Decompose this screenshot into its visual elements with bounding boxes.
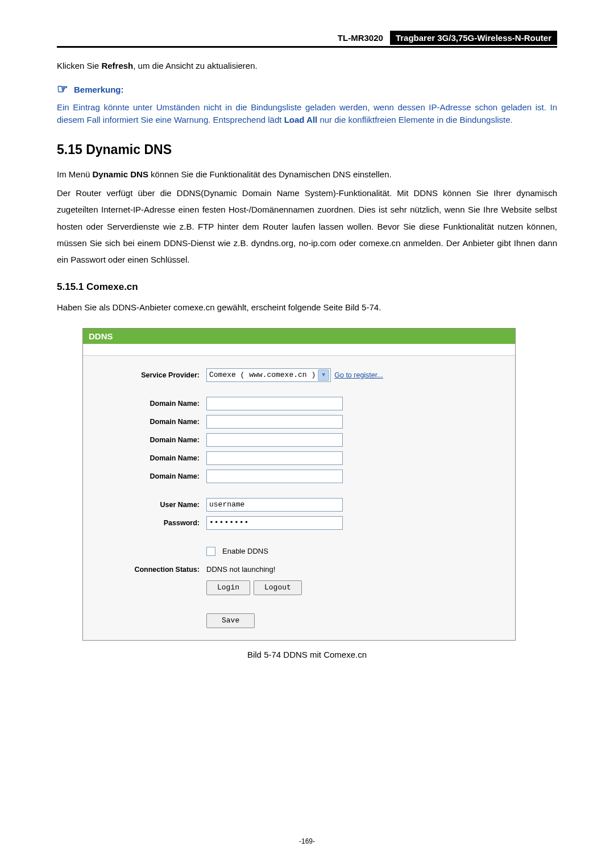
- domain-name-input-4[interactable]: [206, 451, 343, 465]
- row-domain-1: Domain Name:: [83, 394, 515, 413]
- figure-caption: Bild 5-74 DDNS mit Comexe.cn: [57, 650, 557, 659]
- username-value: username: [209, 500, 244, 509]
- text: Klicken Sie: [57, 61, 101, 70]
- intro-line: Klicken Sie Refresh, um die Ansicht zu a…: [57, 60, 557, 72]
- section-heading: 5.15 Dynamic DNS: [57, 142, 557, 157]
- label-domain-name: Domain Name:: [83, 472, 206, 480]
- row-connection-status: Connection Status: DDNS not launching!: [83, 560, 515, 579]
- domain-name-input-3[interactable]: [206, 433, 343, 447]
- row-enable-ddns: Enable DDNS: [83, 542, 515, 560]
- label-domain-name: Domain Name:: [83, 454, 206, 462]
- select-value: Comexe ( www.comexe.cn ): [209, 371, 316, 379]
- enable-ddns-label: Enable DDNS: [222, 547, 268, 555]
- login-button[interactable]: Login: [206, 580, 250, 595]
- username-input[interactable]: username: [206, 498, 343, 512]
- subsection-heading: 5.15.1 Comexe.cn: [57, 281, 557, 293]
- label-domain-name: Domain Name:: [83, 418, 206, 426]
- note-body: Ein Eintrag könnte unter Umständen nicht…: [57, 101, 557, 126]
- dynamic-dns-bold: Dynamic DNS: [93, 169, 148, 179]
- text: können Sie die Funktionalität des Dynami…: [148, 169, 392, 179]
- domain-name-input-2[interactable]: [206, 415, 343, 429]
- paragraph-2: Der Router verfügt über die DDNS(Dynamic…: [57, 185, 557, 268]
- domain-name-input-5[interactable]: [206, 470, 343, 483]
- label-domain-name: Domain Name:: [83, 400, 206, 408]
- row-domain-2: Domain Name:: [83, 413, 515, 431]
- domain-name-input-1[interactable]: [206, 397, 343, 410]
- note-heading: ☞ Bemerkung:: [57, 83, 557, 95]
- panel-title: DDNS: [83, 329, 515, 344]
- panel-body: Service Provider: Comexe ( www.comexe.cn…: [83, 356, 515, 640]
- service-provider-select[interactable]: Comexe ( www.comexe.cn ) ▼: [206, 368, 331, 382]
- row-username: User Name: username: [83, 496, 515, 514]
- go-to-register-link[interactable]: Go to register...: [334, 371, 383, 379]
- text: Im Menü: [57, 169, 93, 179]
- paragraph-1: Im Menü Dynamic DNS können Sie die Funkt…: [57, 169, 557, 180]
- text: , um die Ansicht zu aktualisieren.: [133, 61, 257, 70]
- label-password: Password:: [83, 519, 206, 527]
- password-input[interactable]: ••••••••: [206, 516, 343, 530]
- label-connection-status: Connection Status:: [83, 566, 206, 574]
- header-bar: TL-MR3020 Tragbarer 3G/3,75G-Wireless-N-…: [57, 31, 557, 48]
- hand-icon: ☞: [57, 83, 68, 95]
- row-domain-3: Domain Name:: [83, 431, 515, 449]
- row-save: Save: [83, 612, 515, 630]
- page-number: -169-: [0, 837, 614, 845]
- label-domain-name: Domain Name:: [83, 436, 206, 444]
- loadall-bold: Load All: [284, 115, 318, 124]
- password-value: ••••••••: [209, 518, 249, 527]
- paragraph-3: Haben Sie als DDNS-Anbieter comexe.cn ge…: [57, 302, 557, 313]
- label-username: User Name:: [83, 501, 206, 509]
- logout-button[interactable]: Logout: [254, 580, 302, 595]
- save-button[interactable]: Save: [206, 613, 255, 628]
- header-model: TL-MR3020: [332, 31, 389, 45]
- panel-gap: [83, 344, 515, 356]
- row-login-logout: Login Logout: [83, 579, 515, 597]
- header-title: Tragbarer 3G/3,75G-Wireless-N-Router: [390, 31, 557, 45]
- page: TL-MR3020 Tragbarer 3G/3,75G-Wireless-N-…: [0, 0, 614, 868]
- note-label: Bemerkung:: [74, 85, 124, 94]
- chevron-down-icon: ▼: [318, 369, 329, 381]
- row-domain-4: Domain Name:: [83, 449, 515, 467]
- row-service-provider: Service Provider: Comexe ( www.comexe.cn…: [83, 366, 515, 384]
- refresh-bold: Refresh: [101, 61, 133, 70]
- row-domain-5: Domain Name:: [83, 467, 515, 485]
- connection-status-value: DDNS not launching!: [206, 565, 275, 574]
- row-password: Password: ••••••••: [83, 514, 515, 532]
- text: nur die konfliktfreien Elemente in die B…: [317, 115, 513, 124]
- ddns-figure: DDNS Service Provider: Comexe ( www.come…: [82, 328, 516, 641]
- label-service-provider: Service Provider:: [83, 371, 206, 379]
- enable-ddns-checkbox[interactable]: [206, 547, 215, 556]
